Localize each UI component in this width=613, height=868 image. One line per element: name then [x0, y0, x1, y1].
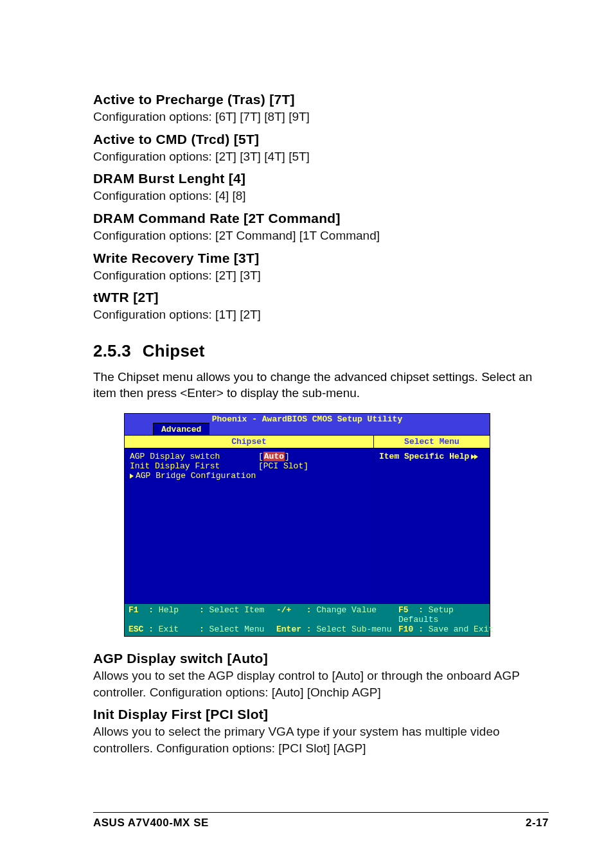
bios-key: Enter : Select Sub-menu	[276, 624, 398, 634]
item-body: Configuration options: [6T] [7T] [8T] [9…	[93, 109, 549, 125]
bios-right-pane: Select Menu Item Specific Help	[374, 436, 490, 603]
item-heading: AGP Display switch [Auto]	[93, 651, 549, 666]
bios-key: F10 : Save and Exit	[398, 624, 495, 634]
item-body: Configuration options: [1T] [2T]	[93, 306, 549, 323]
bios-item[interactable]: AGP Display switch [Auto]	[130, 452, 368, 461]
section-number: 2.5.3	[93, 341, 131, 361]
bios-right-title: Select Menu	[374, 436, 490, 448]
bios-key: : Select Menu	[199, 624, 276, 634]
footer-page-number: 2-17	[526, 817, 549, 829]
section-title: Chipset	[143, 341, 205, 360]
bios-left-body: AGP Display switch [Auto] Init Display F…	[125, 448, 373, 484]
submenu-pointer-icon	[130, 474, 134, 479]
bios-item-value: [PCI Slot]	[258, 461, 308, 471]
bios-item[interactable]: AGP Bridge Configuration	[130, 471, 368, 481]
bios-screenshot: Phoenix - AwardBIOS CMOS Setup Utility A…	[124, 413, 490, 637]
footer-product: ASUS A7V400-MX SE	[93, 817, 209, 829]
item-body: Configuration options: [2T] [3T]	[93, 267, 549, 284]
item-heading: DRAM Command Rate [2T Command]	[93, 211, 549, 226]
bios-item-label: Init Display First	[130, 461, 258, 471]
item-body: Allows you to set the AGP display contro…	[93, 668, 549, 700]
bios-item-value: [Auto]	[258, 452, 290, 461]
bios-key: F1 : Help	[129, 605, 199, 624]
bios-key: ESC : Exit	[129, 624, 199, 634]
bios-item-label: AGP Display switch	[130, 452, 258, 461]
bios-tab-advanced[interactable]: Advanced	[153, 423, 209, 435]
bios-key: : Select Item	[199, 605, 276, 624]
item-heading: Active to Precharge (Tras) [7T]	[93, 92, 549, 107]
bios-key-legend: F1 : Help : Select Item -/+ : Change Val…	[125, 604, 490, 636]
item-heading: Init Display First [PCI Slot]	[93, 707, 549, 722]
bios-item[interactable]: Init Display First [PCI Slot]	[130, 461, 368, 471]
item-heading: DRAM Burst Lenght [4]	[93, 171, 549, 186]
item-heading: tWTR [2T]	[93, 290, 549, 305]
page-footer: ASUS A7V400-MX SE 2-17	[93, 812, 549, 829]
page-content: Active to Precharge (Tras) [7T] Configur…	[0, 0, 613, 757]
bios-left-title: Chipset	[125, 436, 373, 448]
bios-left-pane: Chipset AGP Display switch [Auto] Init D…	[125, 436, 374, 603]
bios-help-text: Item Specific Help	[379, 452, 484, 461]
bios-key: F5 : Setup Defaults	[398, 605, 495, 624]
bios-right-body: Item Specific Help	[374, 448, 490, 465]
bios-titlebar: Phoenix - AwardBIOS CMOS Setup Utility A…	[125, 414, 490, 436]
item-heading: Write Recovery Time [3T]	[93, 251, 549, 266]
item-body: Allows you to select the primary VGA typ…	[93, 723, 549, 756]
bios-item-label: AGP Bridge Configuration	[130, 471, 258, 481]
item-body: Configuration options: [4] [8]	[93, 188, 549, 204]
section-intro: The Chipset menu allows you to change th…	[93, 369, 549, 402]
item-heading: Active to CMD (Trcd) [5T]	[93, 132, 549, 147]
item-body: Configuration options: [2T] [3T] [4T] [5…	[93, 148, 549, 165]
double-arrow-icon	[472, 454, 478, 459]
bios-key: -/+ : Change Value	[276, 605, 398, 624]
bios-body: Chipset AGP Display switch [Auto] Init D…	[125, 436, 490, 604]
item-body: Configuration options: [2T Command] [1T …	[93, 227, 549, 244]
section-heading: 2.5.3Chipset	[93, 341, 549, 361]
bios-item-highlighted-value: Auto	[263, 452, 285, 461]
